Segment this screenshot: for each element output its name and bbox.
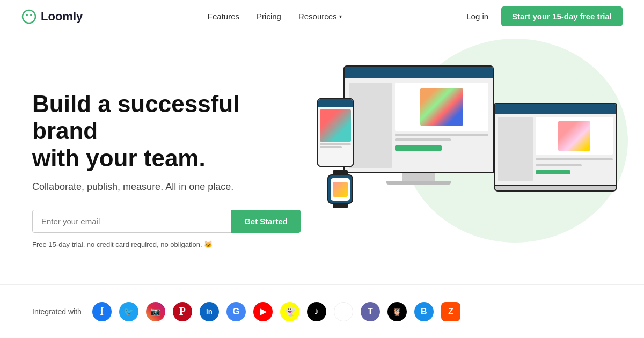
snapchat-icon: 👻 xyxy=(280,302,299,321)
monitor-image-area xyxy=(395,83,488,131)
monitor-topbar xyxy=(345,67,493,78)
laptop-art xyxy=(558,121,590,151)
slack-icon: # xyxy=(334,302,353,321)
phone-topbar xyxy=(318,99,353,107)
svg-point-1 xyxy=(26,14,28,16)
hero-title: Build a successful brandwith your team. xyxy=(32,91,301,172)
login-link[interactable]: Log in xyxy=(466,12,488,21)
phone-illustration xyxy=(317,98,354,167)
laptop-line-2 xyxy=(536,164,582,166)
laptop-illustration xyxy=(494,103,617,192)
nav-pricing[interactable]: Pricing xyxy=(257,12,281,21)
logo[interactable]: Loomly xyxy=(21,9,83,24)
monitor-line-1 xyxy=(395,134,488,136)
hero-subtitle: Collaborate, publish, measure. All in on… xyxy=(32,181,301,193)
watch-illustration xyxy=(327,170,353,208)
watch-art xyxy=(333,182,348,197)
monitor-action-bar xyxy=(395,145,442,151)
zapier-icon: Z xyxy=(441,302,460,321)
nav-right: Log in Start your 15-day free trial xyxy=(466,6,623,26)
watch-strap-top xyxy=(333,170,348,174)
monitor-main xyxy=(395,83,488,168)
watch-face xyxy=(331,178,350,201)
buffer-icon: B xyxy=(414,302,434,321)
monitor-illustration xyxy=(343,65,494,185)
integration-icons: f 🐦 📷 P in G ▶ 👻 ♪ # T 🦉 B Z xyxy=(92,302,460,321)
monitor-sidebar xyxy=(349,83,392,168)
laptop-line-1 xyxy=(536,158,613,160)
hero-illustration xyxy=(301,55,623,284)
twitter-icon: 🐦 xyxy=(119,302,138,321)
logo-text: Loomly xyxy=(41,10,83,24)
laptop-topbar xyxy=(495,104,616,114)
youtube-icon: ▶ xyxy=(253,302,273,321)
nav-features[interactable]: Features xyxy=(208,12,239,21)
laptop-image-area xyxy=(536,117,613,155)
facebook-icon: f xyxy=(92,302,112,321)
watch-body xyxy=(327,174,353,204)
nav-resources[interactable]: Resources ▾ xyxy=(298,12,342,21)
chevron-down-icon: ▾ xyxy=(339,13,342,19)
start-trial-button[interactable]: Start your 15-day free trial xyxy=(501,6,623,26)
email-input[interactable] xyxy=(32,210,231,233)
pinterest-icon: P xyxy=(173,302,192,321)
integrations-label: Integrated with xyxy=(32,307,82,316)
laptop-action-btn xyxy=(536,170,570,174)
laptop-sidebar xyxy=(498,117,533,181)
nav-links: Features Pricing Resources ▾ xyxy=(208,12,342,21)
laptop-content xyxy=(495,114,616,185)
phone-image xyxy=(320,109,351,142)
hero-section: Build a successful brandwith your team. … xyxy=(0,33,644,284)
monitor-screen xyxy=(343,65,494,173)
linkedin-icon: in xyxy=(200,302,219,321)
phone-body xyxy=(317,98,354,167)
phone-content xyxy=(318,107,353,150)
laptop-screen xyxy=(494,103,617,186)
microsoft-teams-icon: T xyxy=(361,302,380,321)
watch-strap-bottom xyxy=(333,204,348,208)
svg-point-2 xyxy=(30,14,32,16)
instagram-icon: 📷 xyxy=(146,302,165,321)
tiktok-icon: ♪ xyxy=(307,302,326,321)
get-started-button[interactable]: Get Started xyxy=(231,210,301,233)
integrations-bar: Integrated with f 🐦 📷 P in G ▶ 👻 ♪ # T 🦉… xyxy=(0,284,644,338)
monitor-line-2 xyxy=(395,138,451,141)
laptop-main xyxy=(536,117,613,181)
monitor-text xyxy=(395,134,488,151)
google-icon: G xyxy=(226,302,246,321)
hero-left: Build a successful brandwith your team. … xyxy=(32,91,301,249)
svg-point-0 xyxy=(23,10,35,23)
phone-line-1 xyxy=(320,143,351,145)
navbar: Loomly Features Pricing Resources ▾ Log … xyxy=(0,0,644,33)
laptop-base xyxy=(494,186,617,192)
monitor-content xyxy=(345,78,493,173)
hootsuite-icon: 🦉 xyxy=(387,302,407,321)
phone-line-2 xyxy=(320,146,342,148)
monitor-art xyxy=(420,88,463,126)
loomly-logo-icon xyxy=(21,9,36,24)
monitor-base xyxy=(386,181,451,185)
monitor-stand xyxy=(402,173,435,181)
email-form: Get Started xyxy=(32,210,301,233)
trial-disclaimer: Free 15-day trial, no credit card requir… xyxy=(32,240,301,248)
